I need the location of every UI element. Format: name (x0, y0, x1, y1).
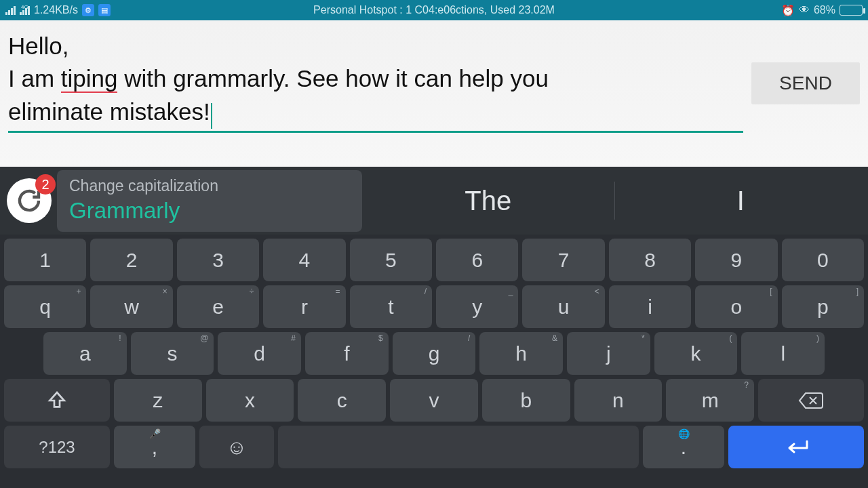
key-sup: ? (744, 380, 749, 390)
key-j[interactable]: j* (567, 332, 650, 375)
prediction-1[interactable]: The (368, 186, 609, 216)
key-sup: ( (729, 333, 732, 343)
key-sup: $ (378, 333, 383, 343)
key-sup: ÷ (250, 287, 254, 296)
asdf-row: a!s@d#f$g/h&j*k(l) (4, 332, 864, 375)
key-d[interactable]: d# (218, 332, 301, 375)
key-sup: ! (119, 333, 121, 343)
key-v[interactable]: v (390, 379, 478, 422)
status-right: ⏰ 👁 68% (781, 4, 863, 17)
message-line2-after: with grammarly. See how it can help you (117, 65, 548, 92)
key-k[interactable]: k( (654, 332, 738, 375)
key-sup: ) (816, 333, 819, 343)
message-input[interactable]: Hello, I am tiping with grammarly. See h… (8, 30, 743, 133)
key-a[interactable]: a! (43, 332, 127, 375)
message-line1: Hello, (8, 33, 68, 59)
key-q[interactable]: q+ (4, 285, 86, 328)
key-sup: / (468, 333, 470, 343)
key-7[interactable]: 7 (522, 239, 604, 281)
key-r[interactable]: r= (263, 285, 345, 328)
battery-icon (840, 5, 863, 16)
key-u[interactable]: u< (522, 285, 604, 328)
key-sup: + (76, 287, 81, 296)
key-h[interactable]: h& (479, 332, 563, 375)
misspelled-word[interactable]: tiping (61, 65, 118, 93)
key-n[interactable]: n (574, 379, 663, 422)
key-w[interactable]: w× (90, 285, 172, 328)
key-i[interactable]: i (609, 285, 691, 328)
battery-percentage: 68% (814, 4, 835, 16)
key-sup: [ (770, 287, 772, 296)
compose-area: Hello, I am tiping with grammarly. See h… (0, 20, 868, 167)
space-key[interactable] (278, 426, 639, 468)
key-4[interactable]: 4 (263, 239, 345, 281)
mic-icon: 🎤 (149, 428, 161, 439)
key-t[interactable]: t/ (350, 285, 432, 328)
alarm-icon: ⏰ (781, 4, 795, 17)
keyboard: 1234567890 q+w×e÷r=t/y_u<io[p] a!s@d#f$g… (0, 235, 868, 474)
key-0[interactable]: 0 (782, 239, 864, 281)
key-sup: = (336, 287, 340, 296)
key-2[interactable]: 2 (90, 239, 172, 281)
key-y[interactable]: y_ (436, 285, 518, 328)
key-l[interactable]: l) (741, 332, 825, 375)
send-button[interactable]: SEND (751, 62, 860, 104)
key-9[interactable]: 9 (695, 239, 777, 281)
suggestion-title: Change capitalization (69, 177, 350, 195)
key-8[interactable]: 8 (609, 239, 691, 281)
key-s[interactable]: s@ (131, 332, 214, 375)
status-bar: 4G 1.24KB/s ⚙ ▤ Personal Hotspot : 1 C04… (0, 0, 868, 20)
key-o[interactable]: o[ (695, 285, 777, 328)
suggestion-bar: 2 Change capitalization Grammarly The I (0, 167, 868, 235)
suggestion-divider (614, 182, 615, 220)
key-g[interactable]: g/ (393, 332, 476, 375)
message-line3: eliminate mistakes! (8, 98, 210, 125)
bottom-row: ?123 🎤, ☺ 🌐. (4, 426, 864, 468)
enter-key[interactable] (728, 426, 864, 468)
eye-icon: 👁 (799, 4, 810, 16)
backspace-key[interactable] (758, 379, 864, 422)
key-sup: ] (856, 287, 859, 296)
key-3[interactable]: 3 (177, 239, 259, 281)
key-p[interactable]: p] (782, 285, 864, 328)
key-6[interactable]: 6 (436, 239, 518, 281)
globe-icon: 🌐 (678, 428, 690, 439)
grammarly-icon[interactable]: 2 (7, 178, 52, 223)
key-sup: < (595, 287, 599, 296)
key-sup: _ (509, 287, 513, 296)
suggestion-card[interactable]: Change capitalization Grammarly (57, 170, 362, 232)
key-sup: & (552, 333, 557, 343)
period-key[interactable]: 🌐. (643, 426, 724, 468)
key-sup: × (163, 287, 167, 296)
status-left: 4G 1.24KB/s ⚙ ▤ (5, 4, 111, 16)
qwerty-row: q+w×e÷r=t/y_u<io[p] (4, 285, 864, 328)
signal-4g-icon: 4G (20, 6, 30, 15)
key-x[interactable]: x (206, 379, 294, 422)
key-sup: * (642, 333, 645, 343)
key-5[interactable]: 5 (350, 239, 432, 281)
signal-icon (5, 6, 16, 15)
prediction-2[interactable]: I (620, 186, 862, 216)
key-e[interactable]: e÷ (177, 285, 259, 328)
comma-key[interactable]: 🎤, (114, 426, 195, 468)
key-m[interactable]: m? (666, 379, 754, 422)
status-center-text: Personal Hotspot : 1 C04:e06ctions, Used… (313, 4, 555, 16)
key-sup: / (425, 287, 427, 296)
symbols-key[interactable]: ?123 (4, 426, 110, 468)
key-b[interactable]: b (482, 379, 570, 422)
emoji-key[interactable]: ☺ (199, 426, 274, 468)
key-sup: # (291, 333, 296, 343)
key-c[interactable]: c (298, 379, 386, 422)
key-1[interactable]: 1 (4, 239, 86, 281)
key-sup: @ (200, 333, 208, 343)
text-caret (211, 103, 212, 129)
issue-count-badge: 2 (35, 174, 56, 195)
network-speed: 1.24KB/s (34, 4, 78, 16)
zxcv-row: zxcvbnm? (4, 379, 864, 422)
shift-key[interactable] (4, 379, 110, 422)
number-row: 1234567890 (4, 239, 864, 281)
message-line2-before: I am (8, 65, 61, 92)
sim1-icon: ⚙ (82, 4, 94, 16)
key-z[interactable]: z (114, 379, 202, 422)
key-f[interactable]: f$ (305, 332, 389, 375)
